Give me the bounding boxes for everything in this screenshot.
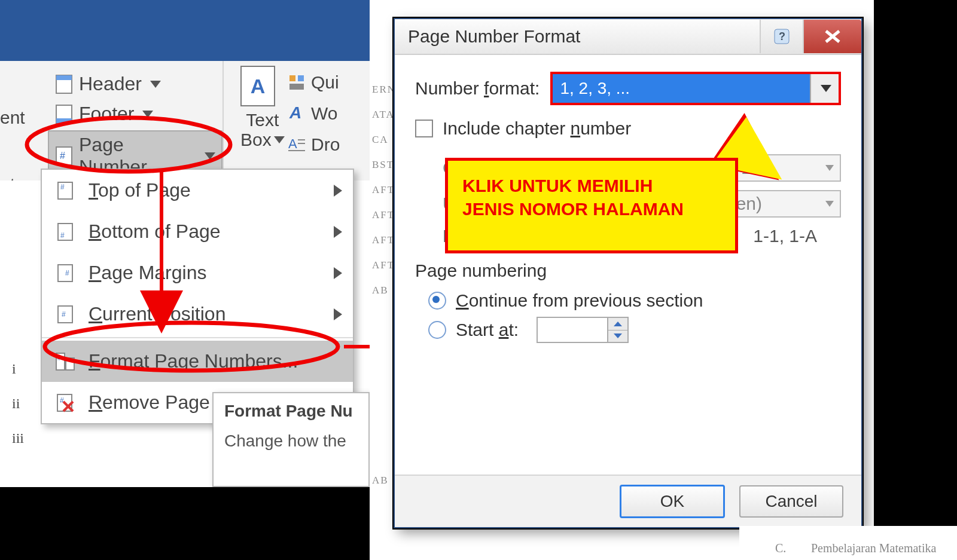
submenu-arrow-icon xyxy=(334,226,342,238)
bg-text: AB xyxy=(372,284,389,296)
header-button[interactable]: Header xyxy=(48,69,168,99)
ribbon-area: Header Footer # Page Number A TextBox xyxy=(0,0,372,487)
chevron-down-icon xyxy=(614,333,622,338)
drop-cap-icon: A xyxy=(288,136,305,153)
number-format-dropdown[interactable]: 1, 2, 3, ... xyxy=(550,72,841,105)
quick-parts-icon xyxy=(288,74,305,91)
page-icon: # xyxy=(55,222,75,242)
text-box-label-2: Box xyxy=(240,130,272,149)
checkbox-icon xyxy=(415,120,433,137)
submenu-arrow-icon xyxy=(334,267,342,279)
svg-rect-8 xyxy=(289,84,304,90)
ribbon-group-text: A TextBox Qui AWo ADro xyxy=(233,61,370,180)
help-icon: ? xyxy=(773,27,791,45)
chevron-down-icon xyxy=(150,81,161,88)
format-page-numbers-icon: # xyxy=(55,351,75,372)
page-numbering-section-label: Page numbering xyxy=(415,261,841,281)
quick-parts-button[interactable]: Qui xyxy=(288,67,340,98)
header-icon xyxy=(55,74,73,94)
bg-text: ATA xyxy=(372,109,395,121)
ribbon-text-buttons: Qui AWo ADro xyxy=(288,67,340,160)
bg-text: BST xyxy=(372,159,394,171)
chevron-down-icon xyxy=(821,85,831,92)
wordart-icon: A xyxy=(288,104,305,123)
chevron-up-icon xyxy=(614,322,622,326)
submenu-arrow-icon xyxy=(334,308,342,320)
menu-bottom-of-page[interactable]: # Bottom of Page xyxy=(42,211,353,252)
svg-text:#: # xyxy=(60,151,65,161)
menu-page-margins-label: Page Margins xyxy=(89,262,206,284)
doc-roman-i: i xyxy=(12,361,16,377)
page-margins-icon: # xyxy=(55,263,75,283)
menu-current-position[interactable]: # Current Position xyxy=(42,293,353,335)
start-at-spinner[interactable] xyxy=(537,317,629,343)
menu-remove-page-label: Remove Page xyxy=(89,391,210,414)
dialog-title: Page Number Format xyxy=(395,26,580,47)
svg-rect-3 xyxy=(56,118,72,123)
chevron-down-icon xyxy=(205,152,215,160)
header-label: Header xyxy=(79,73,142,95)
page-number-dropdown: # Top of Page # Bottom of Page # Page Ma… xyxy=(41,169,354,424)
page-icon: # xyxy=(55,180,75,201)
footer-label: Footer xyxy=(79,103,134,125)
text-box-icon: A xyxy=(240,66,275,106)
dialog-titlebar[interactable]: Page Number Format ? xyxy=(395,19,861,55)
ribbon-body: Header Footer # Page Number A TextBox xyxy=(0,61,370,182)
tooltip-title: Format Page Nu xyxy=(224,402,358,421)
bg-text: AFT xyxy=(372,234,395,246)
start-at-radio[interactable]: Start at: xyxy=(428,317,841,343)
menu-top-of-page[interactable]: # Top of Page xyxy=(42,170,353,211)
svg-text:A: A xyxy=(289,104,301,122)
chevron-down-icon xyxy=(825,201,834,207)
number-format-label: Number format: xyxy=(415,78,540,99)
svg-text:A: A xyxy=(288,136,297,151)
menu-format-page-numbers[interactable]: # Format Page Numbers... xyxy=(42,341,353,382)
continue-radio[interactable]: Continue from previous section xyxy=(428,290,841,311)
footer-icon xyxy=(55,104,73,124)
svg-text:#: # xyxy=(60,183,65,191)
text-box-label-1: Text xyxy=(246,110,279,130)
submenu-arrow-icon xyxy=(334,185,342,197)
bg-text: AB xyxy=(372,475,389,486)
bottom-text: Pembelajaran Matematika xyxy=(811,541,936,555)
include-chapter-label: Include chapter number xyxy=(443,118,631,139)
svg-marker-38 xyxy=(614,333,622,338)
start-at-label: Start at: xyxy=(456,320,519,340)
menu-top-of-page-label: Top of Page xyxy=(89,179,191,201)
spinner-down[interactable] xyxy=(608,331,627,342)
help-button[interactable]: ? xyxy=(760,20,803,53)
menu-separator xyxy=(42,337,353,338)
drop-cap-button[interactable]: ADro xyxy=(288,129,340,160)
close-button[interactable] xyxy=(803,20,861,53)
svg-rect-24 xyxy=(66,358,74,370)
doc-roman-iii: iii xyxy=(12,430,24,446)
dialog-footer: OK Cancel xyxy=(395,475,861,527)
menu-bottom-of-page-label: Bottom of Page xyxy=(89,221,221,243)
current-position-icon: # xyxy=(55,304,75,325)
annotation-callout: KLIK UNTUK MEMILIH JENIS NOMOR HALAMAN xyxy=(445,158,738,253)
doc-roman-ii: ii xyxy=(12,396,20,412)
svg-text:#: # xyxy=(60,231,65,240)
dropdown-arrow[interactable] xyxy=(810,74,839,103)
spinner-up[interactable] xyxy=(608,318,627,331)
quick-parts-label: Qui xyxy=(311,67,339,98)
svg-text:#: # xyxy=(62,310,66,319)
continue-label: Continue from previous section xyxy=(456,290,703,311)
svg-text:#: # xyxy=(65,269,69,277)
svg-rect-6 xyxy=(289,75,295,81)
bottom-c: C. xyxy=(775,541,786,555)
cancel-button[interactable]: Cancel xyxy=(739,485,843,518)
radio-icon xyxy=(428,292,446,310)
footer-button[interactable]: Footer xyxy=(48,99,160,128)
wordart-button[interactable]: AWo xyxy=(288,98,340,129)
ok-button[interactable]: OK xyxy=(620,485,725,518)
svg-marker-37 xyxy=(614,322,622,326)
bottom-document-strip: C. Pembelajaran Matematika 12 xyxy=(739,526,957,560)
chevron-down-icon xyxy=(274,136,285,143)
menu-page-margins[interactable]: # Page Margins xyxy=(42,252,353,293)
dialog-area: ERN ATA CA BST AFT AFT AFT AFT AB AB Pag… xyxy=(370,0,874,560)
drop-cap-label: Dro xyxy=(311,129,340,160)
close-icon xyxy=(822,29,843,44)
svg-text:#: # xyxy=(60,396,64,405)
text-box-button[interactable]: A TextBox xyxy=(240,66,285,149)
